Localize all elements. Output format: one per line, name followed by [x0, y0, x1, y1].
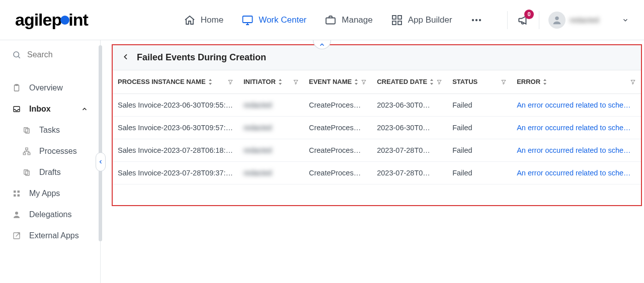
table-header-row: PROCESS INSTANCE NAME INITIATOR	[113, 70, 641, 94]
sidebar-item-drafts[interactable]: Drafts	[22, 162, 100, 183]
cell-error: An error occurred related to sche…	[512, 162, 641, 184]
cell-error: An error occurred related to sche…	[512, 139, 641, 162]
main-nav: Home Work Center Manage App Builder	[184, 14, 482, 26]
notifications-button[interactable]: 0	[517, 14, 530, 27]
sort-icon[interactable]	[429, 79, 434, 85]
card-header: Failed Events During Creation	[113, 45, 641, 70]
search-bar	[0, 50, 100, 68]
table-row[interactable]: Sales Invoice-2023-07-28T09:37:3… redact…	[113, 162, 641, 184]
inbox-icon	[12, 105, 21, 114]
sidebar: Overview Inbox Tasks Processes Drafts	[0, 40, 101, 283]
table-row[interactable]: Sales Invoice-2023-07-28T06:18:1… redact…	[113, 139, 641, 162]
svg-point-6	[471, 19, 473, 21]
user-name: redacted	[570, 16, 615, 24]
cell-process-instance-name: Sales Invoice-2023-07-28T06:18:1…	[113, 139, 238, 162]
cell-process-instance-name: Sales Invoice-2023-06-30T09:57:5…	[113, 117, 238, 139]
filter-icon[interactable]	[293, 79, 299, 85]
col-header-status[interactable]: STATUS	[447, 70, 512, 94]
cell-created-date: 2023-06-30T0…	[372, 117, 447, 139]
sidebar-item-tasks[interactable]: Tasks	[22, 120, 100, 141]
sidebar-item-delegations[interactable]: Delegations	[0, 204, 100, 225]
error-link[interactable]: An error occurred related to sche…	[517, 146, 630, 154]
cell-status: Failed	[447, 139, 512, 162]
sidebar-item-label: Delegations	[29, 210, 72, 219]
svg-rect-18	[28, 153, 30, 155]
search-input[interactable]	[27, 50, 88, 59]
nav-app-builder[interactable]: App Builder	[391, 14, 452, 26]
top-bar: agilepint Home Work Center Manage App Bu…	[0, 0, 644, 40]
top-right: 0 redacted	[507, 11, 629, 29]
col-label: INITIATOR	[244, 78, 276, 85]
filter-icon[interactable]	[436, 79, 442, 85]
col-header-created-date[interactable]: CREATED DATE	[372, 70, 447, 94]
svg-rect-19	[24, 170, 28, 174]
svg-rect-15	[26, 129, 30, 133]
col-label: CREATED DATE	[377, 78, 427, 85]
sort-icon[interactable]	[208, 79, 213, 85]
col-header-event-name[interactable]: EVENT NAME	[304, 70, 372, 94]
sidebar-item-label: Processes	[39, 147, 77, 156]
error-link[interactable]: An error occurred related to sche…	[517, 101, 630, 109]
nav-label: App Builder	[408, 15, 452, 25]
sidebar-item-overview[interactable]: Overview	[0, 77, 100, 99]
cell-event-name: CreateProces…	[304, 117, 372, 139]
col-label: PROCESS INSTANCE NAME	[118, 78, 206, 85]
monitor-icon	[242, 14, 254, 26]
collapse-sidebar-handle[interactable]	[96, 152, 106, 171]
cell-error: An error occurred related to sche…	[512, 117, 641, 139]
cell-initiator: redacted	[238, 162, 304, 184]
col-header-initiator[interactable]: INITIATOR	[238, 70, 304, 94]
back-button[interactable]	[122, 53, 130, 63]
sidebar-item-processes[interactable]: Processes	[22, 141, 100, 162]
failed-events-table: PROCESS INSTANCE NAME INITIATOR	[113, 70, 641, 184]
sidebar-item-label: Overview	[29, 83, 63, 92]
sort-icon[interactable]	[278, 79, 283, 85]
svg-point-25	[15, 212, 18, 215]
user-icon	[551, 15, 562, 26]
nav-more[interactable]	[470, 14, 482, 26]
table-row[interactable]: Sales Invoice-2023-06-30T09:55:0… redact…	[113, 94, 641, 117]
sidebar-item-inbox[interactable]: Inbox	[0, 99, 100, 120]
nav-home[interactable]: Home	[184, 14, 223, 26]
chevron-down-icon	[622, 17, 629, 24]
chevron-left-icon	[122, 53, 130, 61]
sort-icon[interactable]	[354, 79, 359, 85]
table-row[interactable]: Sales Invoice-2023-06-30T09:57:5… redact…	[113, 117, 641, 139]
divider	[539, 11, 539, 29]
svg-point-7	[475, 19, 477, 21]
user-icon	[12, 210, 21, 219]
svg-rect-11	[15, 85, 19, 91]
svg-rect-5	[398, 21, 401, 25]
copy-icon	[22, 168, 31, 177]
col-header-error[interactable]: ERROR	[512, 70, 641, 94]
svg-rect-17	[23, 153, 26, 155]
svg-rect-3	[398, 16, 401, 19]
nav-manage[interactable]: Manage	[325, 14, 372, 26]
sort-icon[interactable]	[542, 79, 547, 85]
filter-icon[interactable]	[501, 79, 507, 85]
svg-rect-2	[392, 16, 396, 19]
apps-icon	[12, 189, 21, 198]
svg-rect-1	[326, 18, 335, 24]
svg-rect-22	[18, 191, 20, 193]
filter-icon[interactable]	[227, 79, 233, 85]
cell-initiator: redacted	[238, 139, 304, 162]
svg-point-9	[555, 16, 558, 20]
col-header-process-instance-name[interactable]: PROCESS INSTANCE NAME	[113, 70, 238, 94]
user-menu[interactable]: redacted	[548, 12, 629, 29]
logo: agilepint	[15, 10, 88, 30]
sidebar-inbox-children: Tasks Processes Drafts	[0, 120, 100, 183]
cell-event-name: CreateProces…	[304, 139, 372, 162]
sidebar-item-label: Tasks	[39, 126, 60, 135]
cell-created-date: 2023-06-30T0…	[372, 94, 447, 117]
filter-icon[interactable]	[630, 79, 636, 85]
cell-event-name: CreateProces…	[304, 162, 372, 184]
sidebar-item-external-apps[interactable]: External Apps	[0, 225, 100, 246]
svg-point-8	[478, 19, 480, 21]
error-link[interactable]: An error occurred related to sche…	[517, 124, 630, 132]
filter-icon[interactable]	[361, 79, 367, 85]
nav-work-center[interactable]: Work Center	[242, 14, 306, 26]
sidebar-item-my-apps[interactable]: My Apps	[0, 183, 100, 204]
home-icon	[184, 14, 196, 26]
error-link[interactable]: An error occurred related to sche…	[517, 169, 630, 177]
